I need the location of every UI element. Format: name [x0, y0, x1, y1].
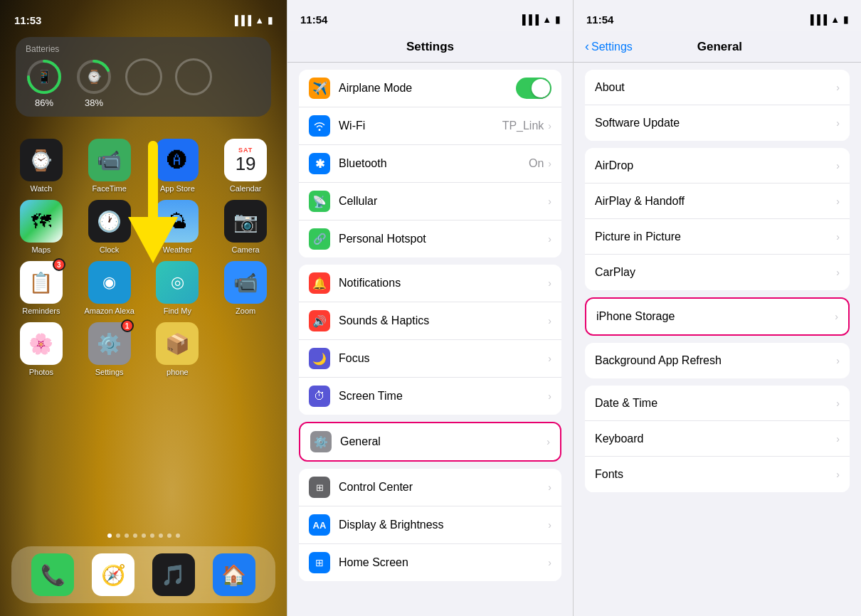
- app-findmy[interactable]: ◎ Find My: [152, 261, 203, 315]
- phone-folder-label: phone: [167, 368, 189, 376]
- settings-row-general[interactable]: ⚙️ General ›: [300, 423, 560, 460]
- screentime-chevron: ›: [548, 391, 551, 402]
- dock-spotify[interactable]: 🎵: [148, 553, 199, 596]
- carplay-chevron: ›: [836, 267, 840, 278]
- airdrop-label: AirDrop: [595, 159, 836, 172]
- app-reminders[interactable]: 📋 3 Reminders: [16, 261, 67, 315]
- facetime-app-icon[interactable]: 📹: [88, 139, 131, 181]
- watch-app-icon[interactable]: ⌚: [20, 139, 63, 181]
- settings-row-focus[interactable]: 🌙 Focus ›: [299, 340, 561, 378]
- display-chevron: ›: [548, 519, 551, 531]
- back-button[interactable]: ‹ Settings: [585, 39, 633, 54]
- controlcenter-chevron: ›: [548, 482, 551, 493]
- app-phone-folder[interactable]: 📦 phone: [152, 322, 203, 376]
- app-facetime[interactable]: 📹 FaceTime: [84, 139, 135, 193]
- photos-app-icon[interactable]: 🌸: [20, 322, 63, 365]
- settings-battery-icon: ▮: [555, 14, 560, 25]
- zoom-app-label: Zoom: [236, 307, 255, 315]
- app-watch[interactable]: ⌚ Watch: [16, 139, 67, 193]
- back-label[interactable]: Settings: [591, 41, 633, 53]
- wifi-icon: ▲: [255, 15, 264, 26]
- general-row-airplay[interactable]: AirPlay & Handoff ›: [585, 184, 850, 219]
- settings-app-icon[interactable]: ⚙️ 1: [88, 322, 131, 365]
- settings-row-controlcenter[interactable]: ⊞ Control Center ›: [299, 469, 561, 506]
- settings-row-screentime[interactable]: ⏱ Screen Time ›: [299, 378, 561, 415]
- dock-phone-icon[interactable]: 📞: [31, 553, 74, 596]
- settings-status-icons: ▐▐▐ ▲ ▮: [519, 14, 560, 25]
- weather-app-icon[interactable]: 🌤: [156, 200, 199, 243]
- general-time: 11:54: [586, 14, 613, 26]
- app-weather[interactable]: 🌤 Weather: [152, 200, 203, 254]
- display-icon: AA: [309, 514, 330, 536]
- dock-home[interactable]: 🏠: [208, 553, 260, 596]
- settings-row-homescreen[interactable]: ⊞ Home Screen ›: [299, 544, 561, 581]
- app-alexa[interactable]: ◉ Amazon Alexa: [84, 261, 135, 315]
- dock-phone[interactable]: 📞: [27, 553, 78, 596]
- dot-4: [133, 533, 137, 538]
- phone-folder-icon[interactable]: 📦: [156, 322, 199, 365]
- app-row-4: 🌸 Photos ⚙️ 1 Settings 📦 phone: [7, 322, 280, 376]
- general-row-softwareupdate[interactable]: Software Update ›: [585, 105, 850, 141]
- general-signal-icon: ▐▐▐: [807, 14, 827, 25]
- general-row-airdrop[interactable]: AirDrop ›: [585, 148, 850, 184]
- app-camera[interactable]: 📷 Camera: [220, 200, 271, 254]
- settings-row-hotspot[interactable]: 🔗 Personal Hotspot ›: [299, 221, 561, 257]
- dot-1: [107, 533, 112, 538]
- dot-9: [176, 533, 180, 538]
- dock-spotify-icon[interactable]: 🎵: [152, 553, 195, 596]
- general-nav-title: General: [633, 40, 807, 54]
- sounds-icon: 🔊: [309, 310, 330, 331]
- general-row-pip[interactable]: Picture in Picture ›: [585, 219, 850, 255]
- general-chevron: ›: [546, 436, 550, 447]
- maps-app-icon[interactable]: 🗺: [20, 200, 63, 243]
- general-row-about[interactable]: About ›: [585, 70, 850, 105]
- settings-time: 11:54: [300, 14, 327, 26]
- settings-badge: 1: [121, 319, 134, 332]
- dock-safari-icon[interactable]: 🧭: [92, 553, 134, 596]
- general-row-datetime[interactable]: Date & Time ›: [585, 386, 850, 421]
- dot-2: [116, 533, 120, 538]
- reminders-app-label: Reminders: [22, 307, 60, 315]
- reminders-app-icon[interactable]: 📋 3: [20, 261, 63, 304]
- app-maps[interactable]: 🗺 Maps: [16, 200, 67, 254]
- hotspot-label: Personal Hotspot: [339, 233, 548, 245]
- appstore-app-icon[interactable]: 🅐: [156, 139, 199, 181]
- alexa-app-icon[interactable]: ◉: [88, 261, 131, 304]
- dock-home-icon[interactable]: 🏠: [213, 553, 255, 596]
- settings-row-sounds[interactable]: 🔊 Sounds & Haptics ›: [299, 302, 561, 340]
- camera-app-icon[interactable]: 📷: [224, 200, 267, 243]
- settings-row-wifi[interactable]: Wi-Fi TP_Link ›: [299, 107, 561, 145]
- clock-app-icon[interactable]: 🕐: [88, 200, 131, 243]
- settings-row-notifications[interactable]: 🔔 Notifications ›: [299, 265, 561, 302]
- camera-app-label: Camera: [232, 245, 260, 254]
- settings-row-airplane[interactable]: ✈️ Airplane Mode: [299, 70, 561, 107]
- dock-safari[interactable]: 🧭: [88, 553, 139, 596]
- settings-row-display[interactable]: AA Display & Brightness ›: [299, 506, 561, 544]
- sounds-chevron: ›: [548, 315, 551, 326]
- app-zoom[interactable]: 📹 Zoom: [220, 261, 271, 315]
- app-photos[interactable]: 🌸 Photos: [16, 322, 67, 376]
- app-clock[interactable]: 🕐 Clock: [84, 200, 135, 254]
- settings-row-cellular[interactable]: 📡 Cellular ›: [299, 183, 561, 221]
- general-row-carplay[interactable]: CarPlay ›: [585, 255, 850, 290]
- app-appstore[interactable]: 🅐 App Store: [152, 139, 203, 193]
- general-row-fonts[interactable]: Fonts ›: [585, 457, 850, 492]
- calendar-app-icon[interactable]: SAT 19: [224, 139, 267, 181]
- general-group-about: About › Software Update ›: [585, 70, 850, 141]
- general-storage-highlighted: iPhone Storage ›: [585, 297, 850, 336]
- controlcenter-icon: ⊞: [309, 477, 330, 498]
- general-row-bgrefresh[interactable]: Background App Refresh ›: [585, 343, 850, 378]
- findmy-app-icon[interactable]: ◎: [156, 261, 199, 304]
- app-settings[interactable]: ⚙️ 1 Settings: [84, 322, 135, 376]
- airplane-toggle[interactable]: [516, 78, 551, 99]
- general-row-storage[interactable]: iPhone Storage ›: [586, 299, 848, 334]
- dot-5: [142, 533, 146, 538]
- app-calendar[interactable]: SAT 19 Calendar: [220, 139, 271, 193]
- general-panel: 11:54 ▐▐▐ ▲ ▮ ‹ Settings General About ›…: [574, 0, 861, 616]
- settings-row-bluetooth[interactable]: ✱ Bluetooth On ›: [299, 145, 561, 183]
- general-row-keyboard[interactable]: Keyboard ›: [585, 421, 850, 457]
- batteries-title: Batteries: [26, 44, 261, 54]
- zoom-app-icon[interactable]: 📹: [224, 261, 267, 304]
- settings-navbar: Settings: [287, 31, 573, 63]
- reminders-badge: 3: [53, 258, 65, 271]
